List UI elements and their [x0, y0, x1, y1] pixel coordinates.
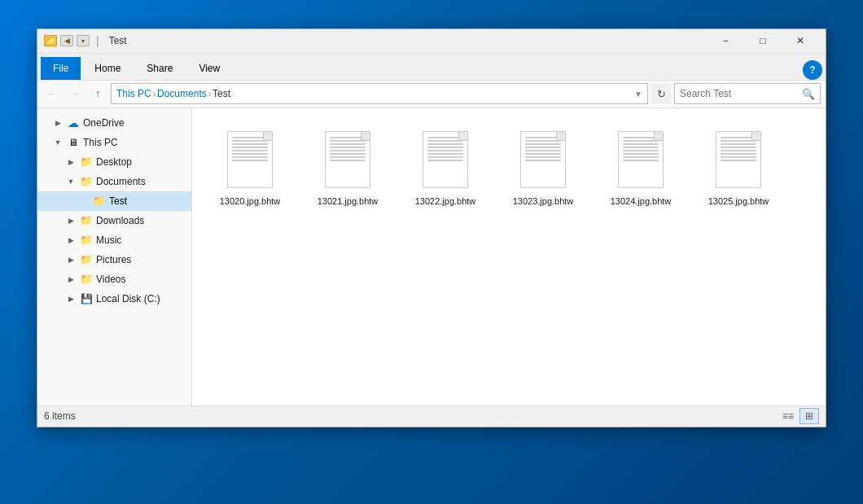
- file-icon-container: [612, 127, 669, 192]
- file-icon-container: [710, 127, 767, 192]
- chevron-downloads: ▶: [65, 217, 77, 225]
- file-label: 13020.jpg.bhtw: [220, 195, 281, 207]
- sidebar: ▶ ☁ OneDrive ▼ 🖥 This PC ▶ 📁 Desktop ▼ 📁…: [37, 108, 192, 405]
- file-label: 13025.jpg.bhtw: [708, 195, 769, 207]
- sidebar-label-onedrive: OneDrive: [83, 117, 125, 129]
- sidebar-label-test: Test: [109, 195, 127, 207]
- nav-bar: ← → ↑ This PC › Documents › Test ▼ ↻ 🔍: [37, 81, 826, 108]
- address-bar[interactable]: This PC › Documents › Test ▼: [111, 83, 648, 104]
- sidebar-label-this-pc: This PC: [83, 137, 118, 148]
- list-item[interactable]: 13020.jpg.bhtw: [205, 121, 295, 213]
- chevron-this-pc: ▼: [52, 138, 64, 147]
- breadcrumb: This PC › Documents › Test: [116, 88, 230, 99]
- sidebar-item-videos[interactable]: ▶ 📁 Videos: [37, 270, 191, 289]
- downloads-folder-icon: 📁: [79, 214, 94, 227]
- file-icon-doc: [423, 131, 468, 188]
- search-box[interactable]: 🔍: [674, 83, 821, 104]
- file-icon-doc: [618, 131, 664, 188]
- chevron-pictures: ▶: [65, 256, 77, 264]
- view-details-button[interactable]: ≡≡: [778, 408, 798, 424]
- ribbon-tabs: File Home Share View ?: [37, 54, 826, 80]
- file-icon-doc: [716, 131, 761, 188]
- file-icon-doc: [520, 131, 566, 188]
- status-item-count: 6 items: [44, 410, 778, 422]
- sidebar-item-onedrive[interactable]: ▶ ☁ OneDrive: [37, 113, 191, 133]
- sidebar-item-desktop[interactable]: ▶ 📁 Desktop: [37, 152, 191, 172]
- videos-folder-icon: 📁: [79, 273, 94, 286]
- sidebar-item-this-pc[interactable]: ▼ 🖥 This PC: [37, 133, 191, 152]
- sidebar-label-music: Music: [96, 234, 121, 246]
- file-area: 13020.jpg.bhtw: [192, 108, 826, 405]
- tab-view[interactable]: View: [186, 57, 232, 80]
- explorer-window: 📁 ◀ ▼ | Test − □ ✕ File Home Share View …: [37, 28, 826, 427]
- pc-icon: 🖥: [66, 136, 81, 149]
- sidebar-item-local-disk[interactable]: ▶ 💾 Local Disk (C:): [37, 289, 191, 309]
- file-icon-doc: [227, 131, 273, 188]
- back-button[interactable]: ←: [42, 84, 62, 103]
- file-icon-container: [417, 127, 474, 192]
- chevron-desktop: ▶: [65, 158, 77, 166]
- title-separator: |: [96, 34, 99, 47]
- title-forward-icon: ▼: [77, 35, 90, 46]
- breadcrumb-current: Test: [212, 88, 230, 99]
- breadcrumb-sep-1: ›: [153, 90, 156, 99]
- sidebar-label-videos: Videos: [96, 274, 125, 285]
- list-item[interactable]: 13024.jpg.bhtw: [596, 121, 686, 213]
- sidebar-label-documents: Documents: [96, 176, 146, 187]
- chevron-local-disk: ▶: [65, 295, 77, 303]
- tab-share[interactable]: Share: [134, 57, 185, 80]
- test-folder-icon: 📁: [92, 195, 107, 208]
- help-button[interactable]: ?: [803, 60, 822, 80]
- file-icon-container: [319, 127, 376, 192]
- file-label: 13021.jpg.bhtw: [318, 195, 379, 207]
- close-button[interactable]: ✕: [782, 28, 819, 53]
- maximize-button[interactable]: □: [744, 28, 782, 53]
- refresh-button[interactable]: ↻: [651, 84, 671, 103]
- drive-icon: 💾: [79, 292, 94, 305]
- file-icon-doc: [325, 131, 370, 188]
- view-toggle: ≡≡ ⊞: [778, 408, 819, 424]
- minimize-button[interactable]: −: [707, 28, 744, 53]
- tab-file[interactable]: File: [41, 57, 81, 80]
- title-bar: 📁 ◀ ▼ | Test − □ ✕: [37, 29, 826, 54]
- title-folder-icon: 📁: [44, 35, 57, 46]
- window-controls: − □ ✕: [707, 28, 819, 53]
- breadcrumb-documents[interactable]: Documents: [157, 88, 207, 99]
- sidebar-item-downloads[interactable]: ▶ 📁 Downloads: [37, 211, 191, 230]
- view-icons-button[interactable]: ⊞: [799, 408, 819, 424]
- search-input[interactable]: [680, 88, 802, 99]
- list-item[interactable]: 13021.jpg.bhtw: [303, 121, 392, 213]
- sidebar-label-desktop: Desktop: [96, 156, 132, 168]
- address-dropdown-arrow[interactable]: ▼: [634, 90, 642, 99]
- music-folder-icon: 📁: [79, 234, 94, 247]
- chevron-onedrive: ▶: [52, 119, 64, 127]
- tab-home[interactable]: Home: [82, 57, 133, 80]
- file-label: 13022.jpg.bhtw: [415, 195, 476, 207]
- breadcrumb-this-pc[interactable]: This PC: [116, 88, 151, 99]
- title-bar-icons: 📁 ◀ ▼: [44, 35, 90, 46]
- file-label: 13024.jpg.bhtw: [611, 195, 672, 207]
- file-icon-container: [221, 127, 278, 192]
- sidebar-label-pictures: Pictures: [96, 254, 131, 265]
- documents-folder-icon: 📁: [79, 175, 94, 188]
- breadcrumb-sep-2: ›: [208, 90, 211, 99]
- desktop-folder-icon: 📁: [79, 156, 94, 169]
- up-button[interactable]: ↑: [88, 84, 107, 103]
- onedrive-icon: ☁: [66, 116, 81, 129]
- search-icon[interactable]: 🔍: [802, 88, 815, 100]
- sidebar-item-documents[interactable]: ▼ 📁 Documents: [37, 172, 191, 191]
- forward-button[interactable]: →: [65, 84, 85, 103]
- file-icon-container: [515, 127, 572, 192]
- list-item[interactable]: 13025.jpg.bhtw: [694, 121, 783, 213]
- sidebar-item-music[interactable]: ▶ 📁 Music: [37, 230, 191, 250]
- sidebar-item-test[interactable]: 📁 Test: [37, 191, 191, 211]
- sidebar-label-local-disk: Local Disk (C:): [96, 293, 160, 305]
- sidebar-item-pictures[interactable]: ▶ 📁 Pictures: [37, 250, 191, 270]
- file-label: 13023.jpg.bhtw: [513, 195, 574, 207]
- title-back-icon: ◀: [60, 35, 73, 46]
- main-area: ▶ ☁ OneDrive ▼ 🖥 This PC ▶ 📁 Desktop ▼ 📁…: [37, 108, 826, 405]
- window-title: Test: [109, 35, 702, 46]
- pictures-folder-icon: 📁: [79, 253, 94, 266]
- list-item[interactable]: 13023.jpg.bhtw: [498, 121, 588, 213]
- list-item[interactable]: 13022.jpg.bhtw: [401, 121, 490, 213]
